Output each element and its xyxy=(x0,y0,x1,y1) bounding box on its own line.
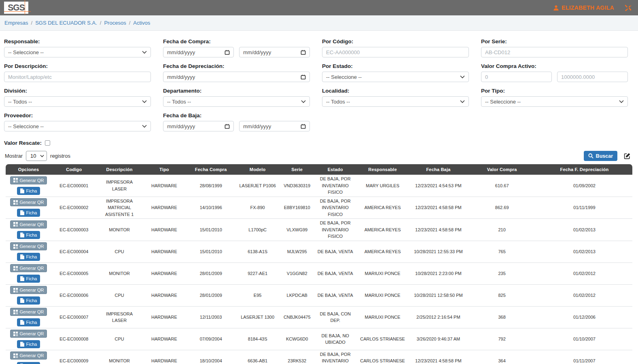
division-select[interactable]: -- Todos -- xyxy=(4,96,151,107)
cell-valor-compra: 235 xyxy=(468,262,536,284)
ficha-button[interactable]: Ficha xyxy=(17,209,40,217)
document-icon xyxy=(20,188,24,193)
ficha-button[interactable]: Ficha xyxy=(17,231,40,239)
ficha-button[interactable]: Ficha xyxy=(17,340,40,348)
cell-tipo: HARDWARE xyxy=(142,306,186,328)
valor-compra-activo-label: Valor Compra Activo: xyxy=(481,63,628,69)
cell-modelo: L1700pC xyxy=(235,219,279,241)
generar-qr-button[interactable]: Generar QR xyxy=(10,330,47,338)
cell-valor-compra: 862.69 xyxy=(468,197,536,219)
generar-qr-button[interactable]: Generar QR xyxy=(10,264,47,272)
document-icon xyxy=(20,276,24,281)
valor-rescate-checkbox[interactable] xyxy=(45,140,50,146)
valor-compra-max-input[interactable] xyxy=(557,72,628,82)
breadcrumb-empresas[interactable]: Empresas xyxy=(4,20,28,26)
cell-descripcion: CPU xyxy=(97,328,142,350)
table-row: Generar QR Ficha EC-EC000001 IMPRESORA L… xyxy=(6,175,632,197)
sgs-logo-text: SGS xyxy=(8,2,24,13)
generar-qr-button[interactable]: Generar QR xyxy=(10,242,47,250)
chevron-down-icon xyxy=(142,125,147,128)
localidad-select[interactable]: -- Todos -- xyxy=(322,96,469,107)
calendar-icon xyxy=(225,124,230,129)
breadcrumb-procesos[interactable]: Procesos xyxy=(104,20,126,26)
generar-qr-button[interactable]: Generar QR xyxy=(10,286,47,294)
por-serie-label: Por Serie: xyxy=(481,38,628,44)
por-descripcion-label: Por Descripción: xyxy=(4,63,151,69)
table-row: Generar QR Ficha EC-EC000008 CPU HARDWAR… xyxy=(6,328,632,350)
ficha-button[interactable]: Ficha xyxy=(17,275,40,283)
cell-fecha-f-depreciacion: 01/02/2012 xyxy=(536,284,632,306)
generar-qr-button[interactable]: Generar QR xyxy=(10,176,47,184)
user-icon xyxy=(553,5,559,11)
cell-estado: DE BAJA, POR INVENTARIO FISICO xyxy=(315,350,356,364)
generar-qr-button[interactable]: Generar QR xyxy=(10,351,47,360)
cell-fecha-f-depreciacion: 01/09/2002 xyxy=(536,175,632,197)
page-size-select[interactable]: 10 xyxy=(26,151,47,161)
cell-valor-compra: 610.67 xyxy=(468,175,536,197)
localidad-label: Localidad: xyxy=(322,88,469,94)
fecha-baja-hasta-input[interactable]: mm/dd/yyyy xyxy=(239,121,310,131)
cell-fecha-f-depreciacion: 01/02/2012 xyxy=(536,262,632,284)
proveedor-label: Proveedor: xyxy=(4,112,151,119)
chevron-down-icon xyxy=(460,100,465,103)
generar-qr-button[interactable]: Generar QR xyxy=(10,198,47,206)
cell-tipo: HARDWARE xyxy=(142,328,186,350)
qr-icon xyxy=(13,288,18,292)
chevron-down-icon xyxy=(142,100,147,103)
por-tipo-select[interactable]: -- Seleccione -- xyxy=(481,96,628,107)
buscar-button[interactable]: Buscar xyxy=(584,151,617,161)
cell-estado: DE BAJA, POR INVENTARIO FISICO xyxy=(315,175,356,197)
generar-qr-button[interactable]: Generar QR xyxy=(10,220,47,229)
ficha-button[interactable]: Ficha xyxy=(17,318,40,326)
cell-serie: KCWG6D0 xyxy=(280,328,315,350)
document-icon xyxy=(20,298,24,303)
cell-fecha-baja: 12/23/2021 4:58:58 PM xyxy=(409,219,467,241)
calendar-icon xyxy=(301,124,306,129)
cell-valor-compra: 210 xyxy=(468,219,536,241)
ficha-button[interactable]: Ficha xyxy=(17,253,40,261)
departamento-label: Departamento: xyxy=(163,88,310,94)
por-descripcion-input[interactable] xyxy=(4,72,151,82)
user-menu[interactable]: ELIZABETH AGILA xyxy=(553,4,614,11)
proveedor-select[interactable]: -- Seleccione -- xyxy=(4,121,151,131)
cell-fecha-f-depreciacion: 01/02/2013 xyxy=(536,219,632,241)
por-codigo-input[interactable] xyxy=(322,47,469,57)
chevron-down-icon xyxy=(619,100,624,103)
cell-valor-compra: 792 xyxy=(468,328,536,350)
ficha-button[interactable]: Ficha xyxy=(17,187,40,195)
generar-qr-button[interactable]: Generar QR xyxy=(10,308,47,316)
cell-estado: DE BAJA, POR INVENTARIO FISICO xyxy=(315,219,356,241)
table-header-row: Opciones Codigo Descripción Tipo Fecha C… xyxy=(6,164,632,175)
column-header-modelo: Modelo xyxy=(235,164,279,175)
ficha-button[interactable]: Ficha xyxy=(17,296,40,305)
cell-serie: LKPDCAB xyxy=(280,284,315,306)
cell-serie: E8BY169810 xyxy=(280,197,315,219)
cell-valor-compra: 368 xyxy=(468,306,536,328)
cell-fecha-f-depreciacion: 01/11/2007 xyxy=(536,350,632,364)
responsable-select[interactable]: -- Seleccione -- xyxy=(4,47,151,57)
fecha-compra-hasta-input[interactable]: mm/dd/yyyy xyxy=(239,47,310,57)
fecha-baja-desde-input[interactable]: mm/dd/yyyy xyxy=(163,121,234,131)
ficha-button[interactable]: Ficha xyxy=(17,362,40,364)
qr-icon xyxy=(13,310,18,314)
breadcrumb-empresa-actual[interactable]: SGS DEL ECUADOR S.A. xyxy=(35,20,97,26)
cell-codigo: EC-EC000005 xyxy=(51,262,97,284)
cell-tipo: HARDWARE xyxy=(142,219,186,241)
tools-icon[interactable] xyxy=(625,4,632,11)
cell-responsable: MARIUXI PONCE xyxy=(356,262,409,284)
cell-fecha-baja: 2/25/2012 2:16:54 PM xyxy=(409,306,467,328)
edit-icon[interactable] xyxy=(624,152,631,159)
cell-serie: 23RK532 xyxy=(280,350,315,364)
departamento-select[interactable]: -- Todos -- xyxy=(163,96,310,107)
cell-descripcion: MONITOR xyxy=(97,350,142,364)
fecha-compra-desde-input[interactable]: mm/dd/yyyy xyxy=(163,47,234,57)
breadcrumb-activos[interactable]: Activos xyxy=(133,20,150,26)
assets-table: Opciones Codigo Descripción Tipo Fecha C… xyxy=(6,164,632,364)
cell-tipo: HARDWARE xyxy=(142,262,186,284)
cell-fecha-f-depreciacion: 01/12/2006 xyxy=(536,306,632,328)
por-serie-input[interactable] xyxy=(481,47,628,57)
valor-compra-min-input[interactable] xyxy=(481,72,552,82)
table-row: Generar QR Ficha EC-EC000007 IMPRESORA L… xyxy=(6,306,632,328)
por-estado-select[interactable]: -- Seleccione -- xyxy=(322,72,469,82)
fecha-depreciacion-input[interactable]: mm/dd/yyyy xyxy=(163,72,310,82)
